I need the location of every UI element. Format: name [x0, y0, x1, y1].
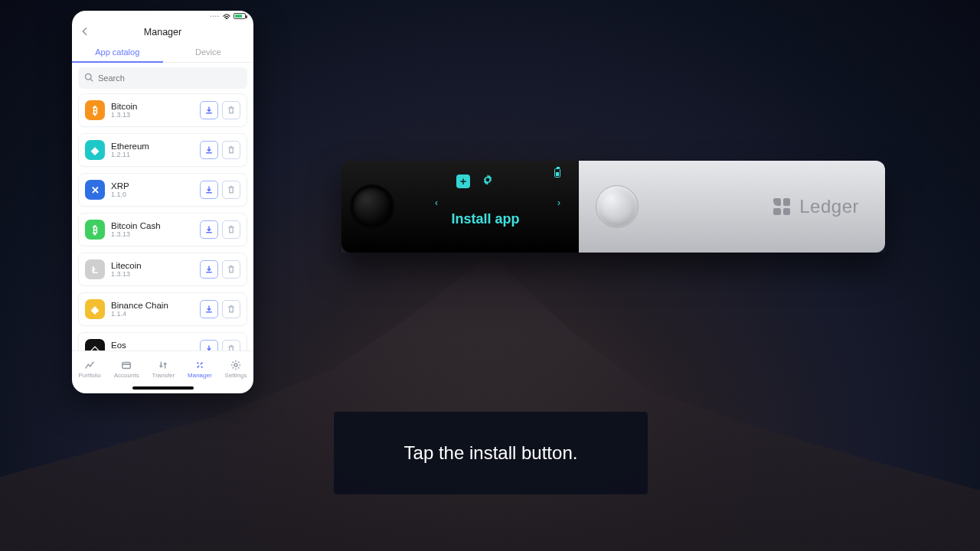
eos-icon: ◇: [85, 339, 105, 350]
app-row-eos: ◇ Eos1.3.0: [78, 332, 247, 350]
device-right-button[interactable]: [596, 185, 639, 228]
app-version: 1.1.0: [111, 191, 200, 198]
nav-portfolio[interactable]: Portfolio: [78, 360, 100, 379]
tutorial-frame: •••• Manager App catalog Device: [0, 0, 980, 551]
app-row-litecoin: Ł Litecoin1.3.13: [78, 253, 247, 286]
uninstall-button[interactable]: [222, 141, 240, 159]
uninstall-button[interactable]: [222, 300, 240, 318]
uninstall-button[interactable]: [222, 181, 240, 199]
ledger-logo-text: Ledger: [799, 196, 859, 217]
back-icon[interactable]: [80, 26, 90, 39]
ledger-brand: Ledger: [773, 196, 859, 217]
device-battery-icon: [554, 168, 560, 178]
ledger-device: + ‹ › Install app Ledger: [341, 161, 885, 253]
app-name: Ethereum: [111, 142, 200, 151]
app-row-ethereum: ◆ Ethereum1.2.11: [78, 133, 247, 167]
install-button[interactable]: [200, 260, 218, 279]
app-name: Bitcoin Cash: [111, 221, 200, 230]
app-name: Litecoin: [111, 261, 200, 270]
nav-manager[interactable]: Manager: [188, 360, 212, 379]
device-nav-arrows: ‹ ›: [435, 197, 560, 208]
app-version: 1.3.13: [111, 270, 200, 278]
svg-point-0: [86, 74, 92, 80]
device-left-button[interactable]: [352, 187, 392, 227]
device-body: + ‹ › Install app: [341, 161, 579, 253]
tabs: App catalog Device: [72, 43, 253, 63]
chevron-right-icon: ›: [557, 197, 560, 208]
app-row-bitcoin-cash: ₿ Bitcoin Cash1.3.13: [78, 213, 247, 246]
bitcoin-cash-icon: ₿: [85, 220, 105, 240]
status-bar: ••••: [72, 11, 253, 21]
app-name: Binance Chain: [111, 301, 200, 310]
uninstall-button[interactable]: [222, 340, 240, 350]
app-row-bitcoin: ₿ Bitcoin1.3.13: [78, 93, 247, 127]
caption-text: Tap the install button.: [404, 442, 578, 464]
phone-mock: •••• Manager App catalog Device: [72, 11, 253, 393]
uninstall-button[interactable]: [222, 260, 240, 279]
page-title: Manager: [144, 27, 181, 37]
nav-settings[interactable]: Settings: [225, 360, 247, 379]
install-button[interactable]: [200, 220, 218, 239]
nav-accounts[interactable]: Accounts: [114, 360, 139, 379]
search-field[interactable]: [78, 67, 247, 89]
device-screen-text: Install app: [392, 211, 579, 227]
app-version: 1.3.13: [111, 230, 200, 238]
device-install-icon: +: [456, 174, 470, 188]
svg-rect-1: [122, 363, 131, 369]
device-cover: Ledger: [579, 161, 885, 253]
app-name: Bitcoin: [111, 102, 200, 111]
install-button[interactable]: [200, 141, 218, 159]
app-row-binance-chain: ◆ Binance Chain1.1.4: [78, 292, 247, 326]
tutorial-caption: Tap the install button.: [334, 412, 648, 494]
bottom-nav: Portfolio Accounts Transfer Manager Sett…: [72, 350, 253, 384]
xrp-icon: ✕: [85, 180, 105, 200]
device-screen: + ‹ › Install app: [392, 161, 579, 253]
app-version: 1.2.11: [111, 151, 200, 158]
chevron-left-icon: ‹: [435, 197, 438, 208]
tab-app-catalog[interactable]: App catalog: [72, 43, 163, 63]
uninstall-button[interactable]: [222, 101, 240, 119]
install-button[interactable]: [200, 101, 218, 119]
tab-device[interactable]: Device: [163, 43, 254, 62]
cell-signal-icon: ••••: [211, 14, 220, 18]
svg-point-2: [234, 364, 237, 367]
install-button[interactable]: [200, 300, 218, 318]
app-name: Eos: [111, 341, 200, 350]
search-icon: [84, 71, 93, 85]
ethereum-icon: ◆: [85, 140, 105, 160]
uninstall-button[interactable]: [222, 220, 240, 239]
app-name: XRP: [111, 181, 200, 191]
device-settings-icon: [482, 174, 493, 185]
install-button[interactable]: [200, 340, 218, 350]
binance-icon: ◆: [85, 299, 105, 319]
litecoin-icon: Ł: [85, 259, 105, 279]
app-row-xrp: ✕ XRP1.1.0: [78, 173, 247, 207]
ledger-logo-icon: [773, 198, 790, 215]
nav-transfer[interactable]: Transfer: [152, 360, 175, 379]
app-catalog-list[interactable]: ₿ Bitcoin1.3.13 ◆ Ethereum1.2.11 ✕ XRP1.…: [72, 93, 253, 350]
header: Manager: [72, 21, 253, 43]
install-button[interactable]: [200, 181, 218, 199]
app-version: 1.1.4: [111, 310, 200, 318]
battery-icon: [234, 13, 246, 19]
bitcoin-icon: ₿: [85, 100, 105, 120]
home-indicator: [132, 386, 194, 390]
app-version: 1.3.13: [111, 111, 200, 119]
search-input[interactable]: [98, 73, 241, 83]
